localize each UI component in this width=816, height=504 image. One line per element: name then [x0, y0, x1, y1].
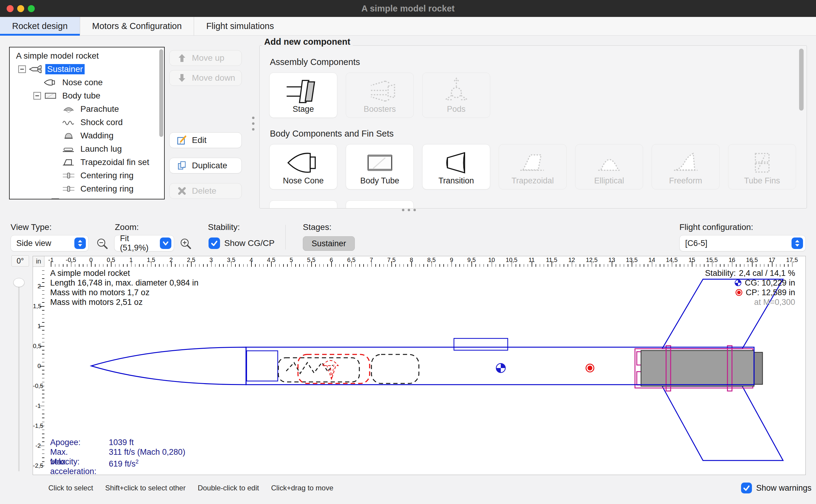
- parachute-glyph: [322, 360, 338, 380]
- tree-item-label: Shock cord: [79, 117, 125, 128]
- component-card-trapezoidal: Trapezoidal: [499, 144, 567, 189]
- chevron-up-down-icon: [792, 237, 803, 249]
- bodytube-icon: [44, 92, 57, 100]
- motor-nozzle[interactable]: [754, 352, 763, 384]
- component-card-label: Trapezoidal: [511, 176, 554, 186]
- add-panel-scrollbar[interactable]: [799, 49, 804, 111]
- tree-item-label: Trapezoidal fin set: [79, 157, 151, 167]
- component-card-transition[interactable]: Transition: [422, 144, 490, 189]
- apogee-value: 1039 ft: [109, 438, 134, 447]
- shock-cord-outline[interactable]: [278, 358, 359, 382]
- cg-icon: [734, 279, 742, 286]
- shockcord-icon: [62, 118, 76, 127]
- tab-flight-simulations[interactable]: Flight simulations: [194, 17, 286, 35]
- component-card-label: Stage: [293, 105, 314, 114]
- wadding-outline[interactable]: [371, 354, 419, 383]
- tree-item-inner-tube[interactable]: Inner Tube: [10, 195, 164, 199]
- component-card-freeform: Freeform: [652, 144, 720, 189]
- tree-item-launch-lug[interactable]: Launch lug: [10, 142, 164, 156]
- toolbar-separator: [285, 225, 286, 250]
- tab-bar: Rocket designMotors & ConfigurationFligh…: [0, 17, 816, 36]
- tab-rocket-design[interactable]: Rocket design: [0, 17, 80, 35]
- chevron-up-down-icon: [74, 237, 86, 249]
- parachute-outline[interactable]: [298, 354, 370, 383]
- stage-icon: [284, 78, 323, 105]
- rocket-canvas[interactable]: -1-0,500,511,522,533,544,555,566,577,588…: [33, 256, 806, 475]
- cp-icon: [735, 289, 743, 296]
- zoom-in-button[interactable]: [179, 237, 193, 251]
- hint-text: Click+drag to move: [271, 484, 333, 492]
- tree-item-shock-cord[interactable]: Shock cord: [10, 116, 164, 129]
- tree-item-nose-cone[interactable]: Nose cone: [10, 76, 164, 89]
- card-nosecone-icon: [284, 150, 323, 176]
- component-card-elliptical: Elliptical: [575, 144, 643, 189]
- splitter-handle-vertical[interactable]: [252, 117, 254, 131]
- innertube-icon: [62, 198, 76, 199]
- flight-config-label: Flight configuration:: [679, 222, 753, 232]
- tree-expander-plus-icon[interactable]: [51, 198, 59, 199]
- component-card-body-tube[interactable]: Body Tube: [346, 144, 414, 189]
- card-row-partial: [269, 200, 807, 208]
- tree-item-label: Inner Tube: [79, 197, 123, 199]
- show-cgcp-label: Show CG/CP: [224, 238, 275, 248]
- component-card-clipped[interactable]: [269, 200, 337, 208]
- show-warnings-checkbox[interactable]: [741, 483, 752, 493]
- tree-item-label: A simple model rocket: [14, 51, 101, 61]
- tree-item-trapezoidal-fin-set[interactable]: Trapezoidal fin set: [10, 156, 164, 169]
- rotation-slider-track[interactable]: [18, 283, 20, 471]
- motor-casing[interactable]: [641, 351, 754, 386]
- rocket-icon: [28, 65, 42, 73]
- cp-marker: [586, 364, 594, 372]
- fin-bottom[interactable]: [662, 386, 783, 460]
- view-type-select[interactable]: Side view: [11, 235, 89, 251]
- tree-item-parachute[interactable]: Parachute: [10, 102, 164, 116]
- flight-config-select[interactable]: [C6-5]: [679, 235, 806, 251]
- duplicate-button[interactable]: Duplicate: [169, 158, 242, 173]
- tree-scrollbar[interactable]: [159, 49, 163, 137]
- ruler-unit-label: in: [33, 256, 44, 267]
- window-titlebar: A simple model rocket: [0, 0, 816, 17]
- fin-free-icon: [666, 150, 705, 176]
- component-card-label: Pods: [447, 105, 466, 114]
- tree-item-a-simple-model-rocket[interactable]: A simple model rocket: [10, 49, 164, 63]
- wadding-icon: [62, 131, 76, 140]
- stages-label: Stages:: [303, 222, 332, 232]
- tree-item-label: Nose cone: [60, 77, 105, 88]
- tree-item-body-tube[interactable]: Body tube: [10, 89, 164, 102]
- component-card-stage[interactable]: Stage: [269, 73, 337, 118]
- tree-expander-minus-icon[interactable]: [33, 92, 41, 100]
- tree-item-sustainer[interactable]: Sustainer: [10, 63, 164, 76]
- stage-toggle-sustainer[interactable]: Sustainer: [303, 236, 355, 251]
- show-cgcp-checkbox[interactable]: [209, 237, 220, 249]
- launch-lug-outline[interactable]: [454, 338, 508, 350]
- zoom-label: Zoom:: [115, 222, 139, 232]
- zoom-out-button[interactable]: [96, 237, 109, 251]
- component-card-label: Elliptical: [594, 176, 624, 186]
- delete-button: Delete: [169, 183, 242, 199]
- splitter-handle-horizontal[interactable]: [402, 209, 416, 211]
- nose-cone-outline[interactable]: [91, 347, 246, 385]
- cg-text: CG: 10,229 in: [745, 278, 795, 288]
- edit-button[interactable]: Edit: [169, 132, 242, 148]
- component-card-nose-cone[interactable]: Nose Cone: [269, 144, 337, 189]
- component-card-clipped[interactable]: [346, 200, 414, 208]
- cp-text: CP: 12,589 in: [746, 288, 795, 297]
- section-heading: Body Components and Fin Sets: [270, 129, 807, 139]
- component-tree-panel: A simple model rocketSustainerNose coneB…: [9, 47, 165, 199]
- tab-motors-configuration[interactable]: Motors & Configuration: [80, 17, 194, 35]
- tree-item-wadding[interactable]: Wadding: [10, 129, 164, 142]
- rotation-slider-knob[interactable]: [13, 278, 24, 287]
- tree-item-centering-ring[interactable]: Centering ring: [10, 169, 164, 182]
- stability-text-value: 2,4 cal / 14,1 %: [739, 268, 795, 278]
- window-title: A simple model rocket: [0, 4, 816, 14]
- tree-item-centering-ring[interactable]: Centering ring: [10, 182, 164, 195]
- add-component-title: Add new component: [262, 37, 353, 47]
- stability-text-label: Stability:: [705, 268, 736, 278]
- component-card-pods: Pods: [422, 73, 490, 118]
- centeringring-icon: [62, 171, 76, 180]
- card-transition-icon: [437, 150, 476, 176]
- tree-expander-minus-icon[interactable]: [18, 65, 26, 73]
- zoom-select[interactable]: Fit (51,9%): [114, 235, 174, 251]
- nose-shoulder[interactable]: [247, 351, 278, 381]
- finset-icon: [62, 158, 76, 166]
